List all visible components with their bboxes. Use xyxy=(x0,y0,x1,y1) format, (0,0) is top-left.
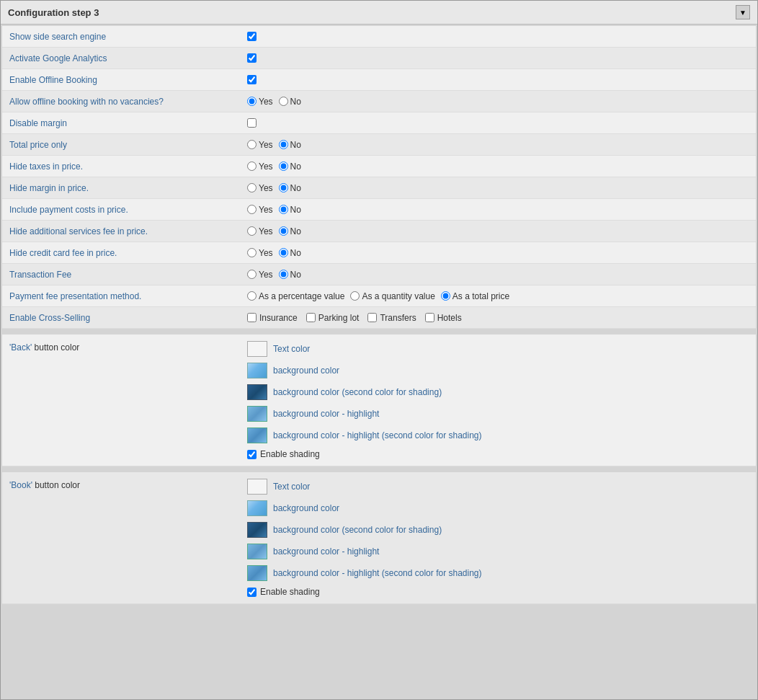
radio-label-payment-fee-method-as-a-quantity-value[interactable]: As a quantity value xyxy=(350,291,434,301)
row-hide-margin: Hide margin in price.YesNo xyxy=(2,177,756,199)
checkbox-cross-parking-lot[interactable] xyxy=(306,313,316,322)
label-activate-google-analytics: Activate Google Analytics xyxy=(9,53,247,63)
checkbox-enable-offline-booking[interactable] xyxy=(247,75,257,84)
cross-selling-hotels[interactable]: Hotels xyxy=(425,313,462,323)
row-transaction-fee: Transaction FeeYesNo xyxy=(2,264,756,285)
radio-label-payment-fee-method-as-a-total-price[interactable]: As a total price xyxy=(441,291,509,301)
radio-payment-fee-method-as-a-total-price[interactable] xyxy=(441,291,450,301)
radio-payment-fee-method-as-a-quantity-value[interactable] xyxy=(350,291,360,301)
radio-label-allow-offline-no-vacancies-no[interactable]: No xyxy=(279,97,301,107)
checkbox-show-side-search[interactable] xyxy=(247,32,257,41)
swatch-book-bg-highlight-second[interactable] xyxy=(247,565,267,581)
color-item-book-text-color: Text color xyxy=(247,476,482,497)
radio-hide-credit-card-fee-yes[interactable] xyxy=(247,248,257,257)
swatch-back-bg-highlight-second[interactable] xyxy=(247,427,267,443)
section-book-button: 'Book' button colorText colorbackground … xyxy=(2,472,756,604)
radio-label-total-price-only-yes[interactable]: Yes xyxy=(247,140,273,150)
swatch-book-bg-second-color[interactable] xyxy=(247,522,267,538)
radio-include-payment-costs-no[interactable] xyxy=(279,205,288,214)
color-label-back-bg-highlight-second: background color - highlight (second col… xyxy=(273,430,482,440)
row-include-payment-costs: Include payment costs in price.YesNo xyxy=(2,199,756,221)
radio-label-hide-taxes-no[interactable]: No xyxy=(279,161,301,172)
cross-selling-transfers[interactable]: Transfers xyxy=(367,313,416,323)
swatch-back-bg-color[interactable] xyxy=(247,363,267,378)
shading-label-back: Enable shading xyxy=(260,449,320,459)
radio-label-include-payment-costs-no[interactable]: No xyxy=(279,205,301,215)
radio-label-transaction-fee-no[interactable]: No xyxy=(279,270,301,280)
radio-text-total-price-only-no: No xyxy=(290,140,301,150)
color-item-book-bg-highlight: background color - highlight xyxy=(247,541,482,562)
radio-text-hide-margin-yes: Yes xyxy=(259,183,273,193)
radio-label-hide-additional-services-no[interactable]: No xyxy=(279,226,301,236)
radio-hide-taxes-yes[interactable] xyxy=(247,161,257,171)
radio-text-hide-taxes-yes: Yes xyxy=(259,161,273,172)
control-hide-credit-card-fee: YesNo xyxy=(247,248,301,258)
checkbox-activate-google-analytics[interactable] xyxy=(247,53,257,63)
radio-include-payment-costs-yes[interactable] xyxy=(247,205,257,214)
radio-total-price-only-no[interactable] xyxy=(279,140,288,149)
radio-label-total-price-only-no[interactable]: No xyxy=(279,140,301,150)
color-label-book-bg-second-color: background color (second color for shadi… xyxy=(273,525,442,535)
radio-hide-additional-services-yes[interactable] xyxy=(247,226,257,236)
row-hide-taxes: Hide taxes in price.YesNo xyxy=(2,156,756,177)
radio-text-transaction-fee-yes: Yes xyxy=(259,270,273,280)
radio-payment-fee-method-as-a-percentage-value[interactable] xyxy=(247,291,257,301)
checkbox-cross-hotels[interactable] xyxy=(425,313,434,322)
shading-checkbox-book[interactable] xyxy=(247,588,257,597)
radio-hide-margin-yes[interactable] xyxy=(247,183,257,192)
radio-text-hide-additional-services-no: No xyxy=(290,226,301,236)
control-allow-offline-no-vacancies: YesNo xyxy=(247,97,301,107)
radio-label-hide-margin-no[interactable]: No xyxy=(279,183,301,193)
radio-text-hide-additional-services-yes: Yes xyxy=(259,226,273,236)
radio-total-price-only-yes[interactable] xyxy=(247,140,257,149)
swatch-back-text-color[interactable] xyxy=(247,341,267,357)
radio-transaction-fee-yes[interactable] xyxy=(247,270,257,279)
radio-hide-additional-services-no[interactable] xyxy=(279,226,288,236)
dropdown-button[interactable]: ▼ xyxy=(736,5,750,19)
back-btn-label-prefix: 'Back' xyxy=(9,342,32,353)
checkbox-cross-insurance[interactable] xyxy=(247,313,257,322)
control-include-payment-costs: YesNo xyxy=(247,205,301,215)
content-area: Show side search engineActivate Google A… xyxy=(2,26,756,604)
book-btn-label-suffix: button color xyxy=(32,480,80,490)
radio-label-allow-offline-no-vacancies-yes[interactable]: Yes xyxy=(247,97,273,107)
radio-label-hide-credit-card-fee-yes[interactable]: Yes xyxy=(247,248,273,258)
radio-label-include-payment-costs-yes[interactable]: Yes xyxy=(247,205,273,215)
color-item-book-bg-color: background color xyxy=(247,497,482,519)
color-label-book-bg-color: background color xyxy=(273,503,339,513)
radio-text-payment-fee-method-as-a-total-price: As a total price xyxy=(452,291,509,301)
radio-label-transaction-fee-yes[interactable]: Yes xyxy=(247,270,273,280)
radio-transaction-fee-no[interactable] xyxy=(279,270,288,279)
checkbox-disable-margin[interactable] xyxy=(247,118,257,128)
radio-label-payment-fee-method-as-a-percentage-value[interactable]: As a percentage value xyxy=(247,291,344,301)
color-label-back-bg-color: background color xyxy=(273,365,339,376)
control-activate-google-analytics xyxy=(247,53,257,63)
section-divider-1 xyxy=(2,329,756,335)
cross-selling-insurance[interactable]: Insurance xyxy=(247,313,298,323)
radio-text-transaction-fee-no: No xyxy=(290,270,301,280)
swatch-book-bg-highlight[interactable] xyxy=(247,544,267,559)
swatch-book-text-color[interactable] xyxy=(247,479,267,495)
section-divider-2 xyxy=(2,466,756,472)
control-total-price-only: YesNo xyxy=(247,140,301,150)
radio-label-hide-additional-services-yes[interactable]: Yes xyxy=(247,226,273,236)
swatch-book-bg-color[interactable] xyxy=(247,500,267,516)
cross-selling-parking-lot[interactable]: Parking lot xyxy=(306,313,360,323)
checkbox-cross-transfers[interactable] xyxy=(367,313,377,322)
window-title: Configuration step 3 xyxy=(8,7,99,18)
swatch-back-bg-second-color[interactable] xyxy=(247,384,267,400)
radio-label-hide-taxes-yes[interactable]: Yes xyxy=(247,161,273,172)
radio-hide-margin-no[interactable] xyxy=(279,183,288,192)
swatch-back-bg-highlight[interactable] xyxy=(247,406,267,422)
radio-allow-offline-no-vacancies-no[interactable] xyxy=(279,97,288,106)
radio-allow-offline-no-vacancies-yes[interactable] xyxy=(247,97,257,106)
label-include-payment-costs: Include payment costs in price. xyxy=(9,205,247,215)
row-activate-google-analytics: Activate Google Analytics xyxy=(2,48,756,69)
label-payment-fee-method: Payment fee presentation method. xyxy=(9,291,247,301)
radio-hide-credit-card-fee-no[interactable] xyxy=(279,248,288,257)
radio-label-hide-credit-card-fee-no[interactable]: No xyxy=(279,248,301,258)
radio-text-include-payment-costs-yes: Yes xyxy=(259,205,273,215)
shading-checkbox-back[interactable] xyxy=(247,450,257,459)
radio-hide-taxes-no[interactable] xyxy=(279,161,288,171)
radio-label-hide-margin-yes[interactable]: Yes xyxy=(247,183,273,193)
